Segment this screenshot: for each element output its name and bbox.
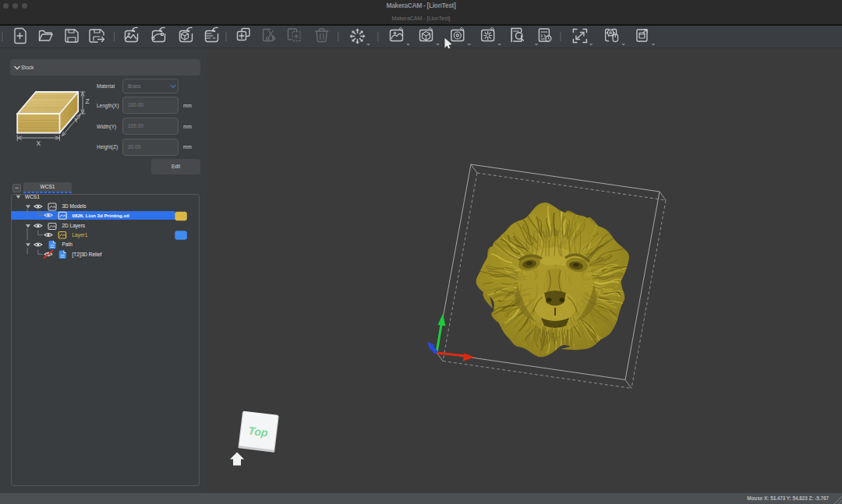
- svg-text:Path: Path: [62, 241, 73, 247]
- svg-text:2D Layers: 2D Layers: [62, 223, 86, 229]
- svg-text:[T2]3D Relief: [T2]3D Relief: [73, 252, 102, 258]
- svg-text:3D Models: 3D Models: [62, 203, 87, 209]
- svg-text:Y: Y: [74, 116, 79, 124]
- svg-text:X: X: [37, 139, 41, 147]
- svg-text:Top: Top: [248, 425, 269, 439]
- svg-text:Z: Z: [86, 97, 90, 105]
- svg-text:Layer1: Layer1: [73, 232, 88, 238]
- svg-text:WCS1: WCS1: [25, 194, 40, 199]
- svg-text:0826. Lion 3d Printing.stl: 0826. Lion 3d Printing.stl: [73, 213, 130, 218]
